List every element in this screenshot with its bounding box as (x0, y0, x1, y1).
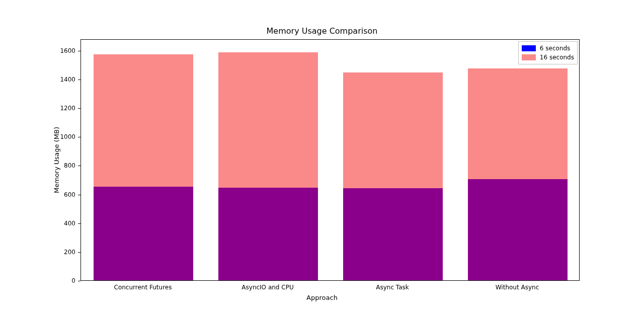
y-tick-label: 0 (0, 277, 75, 284)
y-tick-label: 1000 (0, 133, 75, 140)
legend: 6 seconds 16 seconds (518, 41, 578, 64)
y-tick-label: 400 (0, 220, 75, 227)
x-tick-label: Without Async (467, 284, 568, 291)
legend-swatch-1 (522, 54, 536, 60)
x-axis-label: Approach (0, 294, 644, 301)
bar-1-series-0 (218, 188, 318, 280)
legend-label-1: 16 seconds (540, 53, 574, 62)
chart-title: Memory Usage Comparison (0, 26, 644, 36)
legend-item-1: 16 seconds (522, 53, 574, 62)
y-tick-label: 600 (0, 191, 75, 198)
bar-0-series-0 (94, 187, 193, 280)
x-tick-label: AsyncIO and CPU (217, 284, 318, 291)
x-tick-label: Async Task (342, 284, 443, 291)
x-tick-label: Concurrent Futures (93, 284, 193, 291)
legend-item-0: 6 seconds (522, 44, 574, 53)
legend-label-0: 6 seconds (540, 44, 571, 53)
y-tick-label: 1400 (0, 76, 75, 83)
y-tick-label: 1200 (0, 105, 75, 112)
plot-area (80, 39, 580, 281)
chart-figure: Memory Usage Comparison Memory Usage (MB… (0, 0, 644, 314)
bar-2-series-0 (343, 188, 443, 280)
bar-3-series-0 (468, 179, 568, 280)
y-tick-label: 1600 (0, 47, 75, 54)
bar-3-series-1 (468, 68, 568, 179)
bar-1-series-1 (218, 52, 318, 188)
y-tick-label: 800 (0, 162, 75, 169)
bar-0-series-1 (94, 54, 193, 187)
legend-swatch-0 (522, 45, 536, 51)
y-tick-label: 200 (0, 249, 75, 256)
bar-2-series-1 (343, 72, 443, 188)
y-tick-mark (78, 281, 80, 281)
